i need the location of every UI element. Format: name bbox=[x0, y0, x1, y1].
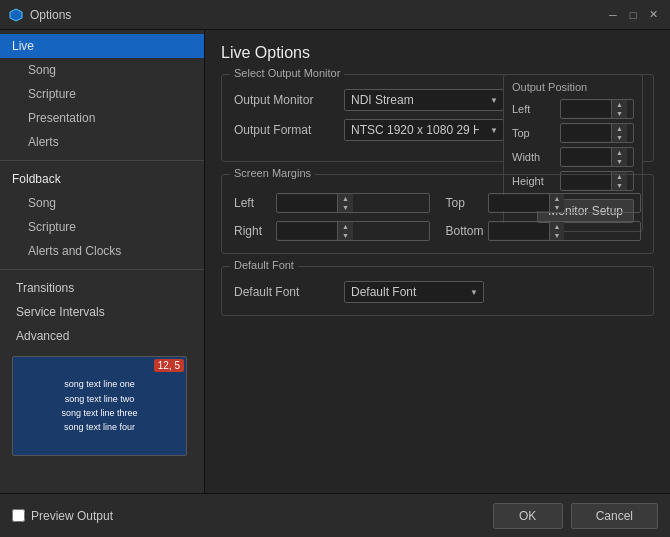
default-font-row: Default Font Default Font bbox=[234, 281, 641, 303]
output-monitor-select[interactable]: NDI Stream bbox=[344, 89, 504, 111]
pos-left-spinner: ▲ ▼ bbox=[560, 99, 634, 119]
bottom-bar: Preview Output OK Cancel bbox=[0, 493, 670, 537]
output-monitor-section: Select Output Monitor Output Monitor NDI… bbox=[221, 74, 654, 162]
preview-output-row: Preview Output bbox=[12, 509, 113, 523]
sidebar-item-live-scripture[interactable]: Scripture bbox=[0, 82, 204, 106]
page-title: Live Options bbox=[221, 44, 654, 62]
sidebar-item-foldback-alerts[interactable]: Alerts and Clocks bbox=[0, 239, 204, 263]
margin-bottom-spinner: ▲ ▼ bbox=[488, 221, 642, 241]
margins-grid: Left ▲ ▼ Top ▲ ▼ bbox=[234, 193, 641, 241]
margin-left-up[interactable]: ▲ bbox=[338, 194, 353, 203]
margin-right-up[interactable]: ▲ bbox=[338, 222, 353, 231]
margin-right-row: Right ▲ ▼ bbox=[234, 221, 430, 241]
svg-marker-0 bbox=[10, 9, 22, 21]
sidebar-item-live[interactable]: Live bbox=[0, 34, 204, 58]
pos-width-spinner: ▲ ▼ bbox=[560, 147, 634, 167]
pos-left-up[interactable]: ▲ bbox=[612, 100, 627, 109]
margin-top-spinner: ▲ ▼ bbox=[488, 193, 642, 213]
screen-margins-section: Screen Margins Left ▲ ▼ Top bbox=[221, 174, 654, 254]
pos-left-row: Left ▲ ▼ bbox=[512, 99, 634, 119]
ok-button[interactable]: OK bbox=[493, 503, 563, 529]
sidebar-item-foldback[interactable]: Foldback bbox=[0, 167, 204, 191]
margin-right-label: Right bbox=[234, 224, 272, 238]
titlebar: Options ─ □ ✕ bbox=[0, 0, 670, 30]
sidebar-item-live-presentation[interactable]: Presentation bbox=[0, 106, 204, 130]
sidebar-item-foldback-song[interactable]: Song bbox=[0, 191, 204, 215]
window-controls: ─ □ ✕ bbox=[604, 6, 662, 24]
margin-left-row: Left ▲ ▼ bbox=[234, 193, 430, 213]
output-format-label: Output Format bbox=[234, 123, 344, 137]
pos-top-row: Top ▲ ▼ bbox=[512, 123, 634, 143]
margin-left-input[interactable] bbox=[277, 195, 337, 211]
margin-bottom-up[interactable]: ▲ bbox=[550, 222, 565, 231]
margin-bottom-row: Bottom ▲ ▼ bbox=[446, 221, 642, 241]
output-format-row: Output Format NTSC 1920 x 1080 29 Hz bbox=[234, 119, 493, 141]
margin-left-spinner: ▲ ▼ bbox=[276, 193, 430, 213]
default-font-section-label: Default Font bbox=[230, 259, 298, 271]
sidebar-item-advanced[interactable]: Advanced bbox=[0, 324, 204, 348]
margin-top-label: Top bbox=[446, 196, 484, 210]
margin-top-input[interactable] bbox=[489, 195, 549, 211]
pos-width-down[interactable]: ▼ bbox=[612, 157, 627, 166]
margin-top-down[interactable]: ▼ bbox=[550, 203, 565, 212]
output-monitor-row: Output Monitor NDI Stream bbox=[234, 89, 493, 111]
pos-width-row: Width ▲ ▼ bbox=[512, 147, 634, 167]
bottom-buttons: OK Cancel bbox=[493, 503, 658, 529]
cancel-button[interactable]: Cancel bbox=[571, 503, 658, 529]
maximize-button[interactable]: □ bbox=[624, 6, 642, 24]
pos-left-label: Left bbox=[512, 103, 560, 115]
pos-width-label: Width bbox=[512, 151, 560, 163]
close-button[interactable]: ✕ bbox=[644, 6, 662, 24]
sidebar-item-transitions[interactable]: Transitions bbox=[0, 276, 204, 300]
sidebar-item-service-intervals[interactable]: Service Intervals bbox=[0, 300, 204, 324]
pos-left-input[interactable] bbox=[561, 101, 611, 117]
minimize-button[interactable]: ─ bbox=[604, 6, 622, 24]
default-font-section: Default Font Default Font Default Font bbox=[221, 266, 654, 316]
screen-margins-label: Screen Margins bbox=[230, 167, 315, 179]
margin-bottom-down[interactable]: ▼ bbox=[550, 231, 565, 240]
margin-left-label: Left bbox=[234, 196, 272, 210]
window-title: Options bbox=[30, 8, 604, 22]
preview-text: song text line one song text line two so… bbox=[61, 377, 137, 435]
pos-top-up[interactable]: ▲ bbox=[612, 124, 627, 133]
output-monitor-section-label: Select Output Monitor bbox=[230, 67, 344, 79]
output-format-select-wrapper: NTSC 1920 x 1080 29 Hz bbox=[344, 119, 504, 141]
content-panel: Live Options Select Output Monitor Outpu… bbox=[205, 30, 670, 493]
margin-top-row: Top ▲ ▼ bbox=[446, 193, 642, 213]
sidebar-item-foldback-scripture[interactable]: Scripture bbox=[0, 215, 204, 239]
margin-right-input[interactable] bbox=[277, 223, 337, 239]
app-icon bbox=[8, 7, 24, 23]
main-container: Live Song Scripture Presentation Alerts … bbox=[0, 30, 670, 493]
margin-left-down[interactable]: ▼ bbox=[338, 203, 353, 212]
preview-output-checkbox[interactable] bbox=[12, 509, 25, 522]
pos-width-input[interactable] bbox=[561, 149, 611, 165]
pos-top-input[interactable] bbox=[561, 125, 611, 141]
default-font-select-wrapper: Default Font bbox=[344, 281, 484, 303]
preview-badge: 12, 5 bbox=[154, 359, 184, 372]
output-position-title: Output Position bbox=[512, 81, 634, 93]
output-monitor-label: Output Monitor bbox=[234, 93, 344, 107]
margin-right-down[interactable]: ▼ bbox=[338, 231, 353, 240]
preview-thumbnail: 12, 5 song text line one song text line … bbox=[12, 356, 187, 456]
preview-output-label[interactable]: Preview Output bbox=[31, 509, 113, 523]
margin-bottom-input[interactable] bbox=[489, 223, 549, 239]
sidebar-item-live-song[interactable]: Song bbox=[0, 58, 204, 82]
output-monitor-select-wrapper: NDI Stream bbox=[344, 89, 504, 111]
default-font-select[interactable]: Default Font bbox=[344, 281, 484, 303]
sidebar: Live Song Scripture Presentation Alerts … bbox=[0, 30, 205, 493]
pos-top-down[interactable]: ▼ bbox=[612, 133, 627, 142]
margin-bottom-label: Bottom bbox=[446, 224, 484, 238]
pos-top-spinner: ▲ ▼ bbox=[560, 123, 634, 143]
pos-left-down[interactable]: ▼ bbox=[612, 109, 627, 118]
margin-right-spinner: ▲ ▼ bbox=[276, 221, 430, 241]
default-font-label: Default Font bbox=[234, 285, 344, 299]
sidebar-item-live-alerts[interactable]: Alerts bbox=[0, 130, 204, 154]
output-format-select[interactable]: NTSC 1920 x 1080 29 Hz bbox=[344, 119, 504, 141]
margin-top-up[interactable]: ▲ bbox=[550, 194, 565, 203]
pos-width-up[interactable]: ▲ bbox=[612, 148, 627, 157]
pos-top-label: Top bbox=[512, 127, 560, 139]
